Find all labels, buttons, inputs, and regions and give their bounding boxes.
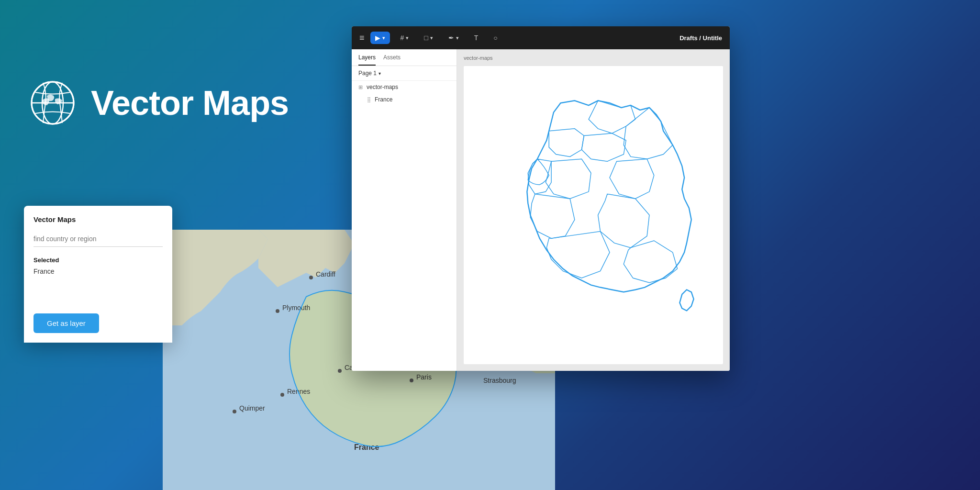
page-selector[interactable]: Page 1 ▾: [352, 66, 457, 81]
layer-item-vector-maps[interactable]: ⊞ vector-maps: [352, 81, 457, 93]
tab-assets[interactable]: Assets: [383, 54, 401, 66]
get-as-layer-button[interactable]: Get as layer: [33, 313, 99, 333]
hamburger-icon[interactable]: ≡: [359, 33, 365, 43]
figma-window: ≡ ▶ ▾ # ▾ □ ▾ ✒ ▾ T ○ Drafts / Untitle: [352, 26, 730, 371]
comment-tool[interactable]: ○: [489, 32, 502, 44]
breadcrumb-prefix: Drafts /: [679, 34, 702, 42]
hero-section: Vector Maps: [0, 0, 354, 206]
svg-point-21: [280, 393, 284, 397]
selected-country: France: [33, 267, 163, 275]
globe-icon: [29, 79, 77, 127]
france-outline-map: [477, 81, 710, 349]
frame-layer-icon: ⊞: [358, 84, 363, 90]
figma-titlebar: ≡ ▶ ▾ # ▾ □ ▾ ✒ ▾ T ○ Drafts / Untitle: [352, 26, 730, 49]
selected-label: Selected: [33, 256, 163, 264]
hero-content: Vector Maps: [29, 79, 289, 127]
pen-tool-icon: ✒: [448, 34, 454, 42]
text-tool[interactable]: T: [469, 32, 483, 44]
pen-tool[interactable]: ✒ ▾: [444, 32, 464, 44]
page-chevron-icon: ▾: [379, 71, 381, 76]
layer-item-france[interactable]: ⣿ France: [352, 93, 457, 106]
select-arrow-icon: ▶: [375, 34, 380, 42]
svg-point-5: [309, 276, 313, 279]
select-tool-active[interactable]: ▶ ▾: [370, 32, 390, 44]
svg-text:Plymouth: Plymouth: [282, 304, 310, 312]
shape-tool[interactable]: □ ▾: [419, 32, 437, 44]
figma-canvas: vector-maps: [457, 49, 730, 371]
comment-tool-icon: ○: [493, 34, 497, 42]
figma-body: Layers Assets Page 1 ▾ ⊞ vector-maps ⣿ F…: [352, 49, 730, 371]
svg-text:Quimper: Quimper: [239, 404, 265, 412]
hero-title: Vector Maps: [91, 83, 289, 122]
frame-tool-icon: #: [401, 34, 404, 42]
sidebar-tabs: Layers Assets: [352, 49, 457, 66]
breadcrumb-title: Untitle: [703, 34, 722, 42]
svg-point-13: [338, 369, 342, 373]
search-input[interactable]: [33, 231, 163, 247]
svg-point-15: [410, 379, 413, 382]
frame-content: [464, 66, 723, 364]
layer-name-vector-maps: vector-maps: [367, 84, 398, 90]
layer-name-france: France: [375, 96, 392, 103]
svg-point-19: [233, 410, 236, 413]
component-layer-icon: ⣿: [367, 97, 371, 103]
svg-text:Cardiff: Cardiff: [316, 270, 335, 278]
shape-tool-icon: □: [424, 34, 428, 42]
svg-text:France: France: [354, 443, 379, 451]
text-tool-icon: T: [474, 34, 479, 42]
frame-tool[interactable]: # ▾: [396, 32, 414, 44]
page-name: Page 1: [358, 70, 377, 77]
svg-text:Strasbourg: Strasbourg: [483, 377, 516, 384]
tab-layers[interactable]: Layers: [358, 54, 376, 66]
figma-sidebar: Layers Assets Page 1 ▾ ⊞ vector-maps ⣿ F…: [352, 49, 457, 371]
svg-text:Paris: Paris: [416, 373, 432, 381]
breadcrumb: Drafts / Untitle: [679, 34, 722, 42]
plugin-panel-title: Vector Maps: [33, 215, 163, 223]
svg-point-9: [276, 309, 279, 313]
frame-label: vector-maps: [464, 55, 493, 61]
plugin-panel: Vector Maps Selected France Get as layer: [24, 206, 172, 343]
